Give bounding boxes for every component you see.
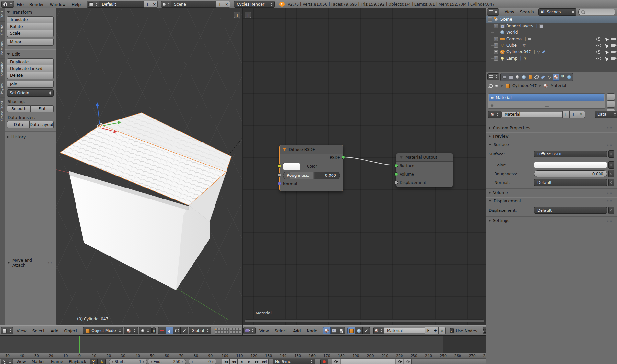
play-button[interactable]: ▶ xyxy=(245,359,253,364)
data-transfer-layout-button[interactable]: Data Layout xyxy=(30,121,54,128)
outliner-row[interactable]: RenderLayers | ▽ ☀ xyxy=(486,23,617,29)
list-resize-grip[interactable]: ══ xyxy=(488,104,605,108)
properties-tab[interactable] xyxy=(566,74,572,81)
expand-toggle-icon[interactable] xyxy=(494,37,498,41)
color-socket-button[interactable] xyxy=(608,161,614,169)
breadcrumb-object[interactable]: Cylinder.047 xyxy=(512,84,537,88)
transform-panel-header[interactable]: Transform:::: xyxy=(7,10,54,15)
tool-shelf-tab[interactable]: Relations xyxy=(0,38,5,58)
manipulator-translate-button[interactable] xyxy=(166,327,173,334)
transform-orientation-select[interactable]: Global xyxy=(189,327,211,334)
visibility-eye-icon[interactable] xyxy=(596,37,601,41)
shade-flat-button[interactable]: Flat xyxy=(31,105,54,112)
manipulator-axes-icon[interactable] xyxy=(158,327,166,334)
outliner-row[interactable]: Cube | ▽ ☀ xyxy=(486,42,617,49)
scene-name[interactable]: Scene xyxy=(171,1,216,8)
properties-tab[interactable] xyxy=(507,74,514,81)
viewport-panel-expand-icon[interactable]: + xyxy=(234,12,240,18)
node-editor[interactable]: + Diffuse BSDF BSDF Color Roughness: 0.0… xyxy=(243,8,486,335)
current-frame-field[interactable]: ◂ 0 ▸ xyxy=(189,359,216,364)
outliner-search-menu[interactable]: Search xyxy=(517,9,537,14)
tool-shelf-tab[interactable]: Animation xyxy=(0,58,5,80)
selectability-cursor-icon[interactable] xyxy=(604,56,609,61)
properties-tab[interactable] xyxy=(553,74,559,81)
displacement-socket-button[interactable] xyxy=(608,207,614,214)
render-engine-select[interactable]: Cycles Render xyxy=(234,1,275,8)
properties-editor-selector[interactable] xyxy=(487,73,499,80)
node-editor-menu-item[interactable]: Node xyxy=(304,328,320,333)
renderability-camera-icon[interactable] xyxy=(611,44,615,47)
custom-properties-panel-header[interactable]: Custom Properties:::: xyxy=(486,124,617,131)
manipulator-scale-button[interactable] xyxy=(181,327,188,334)
roughness-socket-button[interactable] xyxy=(608,170,614,177)
normal-input-socket[interactable] xyxy=(278,182,281,185)
edit-panel-header[interactable]: Edit:::: xyxy=(7,52,54,57)
renderability-camera-icon[interactable] xyxy=(611,38,615,40)
selectability-cursor-icon[interactable] xyxy=(604,37,609,41)
node-editor-menu-item[interactable]: View xyxy=(256,328,272,333)
normal-socket-button[interactable] xyxy=(608,179,614,186)
outliner-row[interactable]: Scene | ▽ ☀ xyxy=(486,16,617,23)
renderability-camera-icon[interactable] xyxy=(611,51,615,53)
outliner-view-menu[interactable]: View xyxy=(502,9,517,14)
remove-slot-button[interactable]: − xyxy=(607,100,615,108)
settings-panel-header[interactable]: Settings:::: xyxy=(486,216,617,224)
add-slot-button[interactable]: + xyxy=(607,93,615,100)
timeline-menu-item[interactable]: Playback xyxy=(66,359,89,364)
material-name-field[interactable]: Material xyxy=(501,112,562,117)
keying-set-icon[interactable] xyxy=(332,359,340,364)
scene-icon-button[interactable] xyxy=(161,1,171,8)
visibility-eye-icon[interactable] xyxy=(596,50,601,54)
add-material-button[interactable]: + xyxy=(432,327,439,334)
mode-select[interactable]: Object Mode xyxy=(83,327,123,334)
selectability-cursor-icon[interactable] xyxy=(604,43,609,48)
properties-tab[interactable] xyxy=(533,74,540,81)
tool-shelf-tab[interactable]: Tools xyxy=(0,8,5,22)
set-origin-menu[interactable]: Set Origin xyxy=(7,89,54,97)
outliner-filter-select[interactable]: All Scenes xyxy=(538,8,576,16)
outliner-row[interactable]: Camera | ▽ ☀ xyxy=(486,36,617,42)
add-material-button[interactable]: + xyxy=(569,111,577,118)
delete-button[interactable]: Delete xyxy=(7,72,54,79)
layers-widget[interactable] xyxy=(215,328,243,334)
horizontal-scrollbar[interactable] xyxy=(245,319,484,322)
timeline-menu-item[interactable]: Frame xyxy=(48,359,66,364)
viewport-menu-item[interactable]: Select xyxy=(29,328,48,333)
play-reverse-button[interactable]: ◀ xyxy=(238,359,245,364)
displacement-input-socket[interactable] xyxy=(394,181,398,184)
properties-tab[interactable] xyxy=(559,74,566,81)
app-menu-item[interactable]: Render xyxy=(27,2,47,7)
material-browse-button[interactable] xyxy=(373,327,384,334)
frame-ruler[interactable]: -50-40-30-20-100102030405060708090100110… xyxy=(0,353,486,359)
mirror-button[interactable]: Mirror xyxy=(7,39,54,46)
material-name-field[interactable]: Material xyxy=(384,328,425,333)
tool-shelf-tab[interactable]: Physics xyxy=(0,80,5,97)
outliner[interactable]: View Search All Scenes Scene | xyxy=(486,8,617,72)
material-output-node[interactable]: Material Output Surface Volume Displacem… xyxy=(396,153,453,187)
volume-input-socket[interactable] xyxy=(394,172,398,176)
scale-button[interactable]: Scale xyxy=(7,30,54,37)
delete-scene-button[interactable]: × xyxy=(223,1,230,8)
keying-set-field[interactable] xyxy=(341,359,395,364)
fake-user-button[interactable]: F xyxy=(562,111,569,118)
lock-time-icon[interactable]: 🔒 xyxy=(98,359,106,364)
current-frame-playhead[interactable] xyxy=(79,336,80,353)
properties-tab[interactable] xyxy=(540,74,546,81)
renderability-camera-icon[interactable] xyxy=(611,57,615,60)
rotate-button[interactable]: Rotate xyxy=(7,23,54,30)
node-editor-menu-item[interactable]: Add xyxy=(290,328,304,333)
viewport-menu-item[interactable]: Add xyxy=(48,328,61,333)
shader-nodes-button[interactable] xyxy=(323,327,331,334)
expand-toggle-icon[interactable] xyxy=(494,50,498,54)
outliner-row[interactable]: Cylinder.047 | ▽ ☀ xyxy=(486,49,617,55)
join-button[interactable]: Join xyxy=(7,81,54,88)
surface-shader-select[interactable]: Diffuse BSDF xyxy=(534,151,607,157)
viewport-editor-selector[interactable] xyxy=(1,327,13,334)
displacement-panel-header[interactable]: Displacement:::: xyxy=(486,197,617,205)
fake-user-button[interactable]: F xyxy=(425,327,432,334)
normal-select[interactable]: Default xyxy=(534,179,607,186)
delete-keyframe-icon[interactable] xyxy=(404,359,412,364)
viewport-shading-select[interactable] xyxy=(124,327,138,334)
duplicate-linked-button[interactable]: Duplicate Linked xyxy=(7,65,54,72)
properties-tab[interactable] xyxy=(514,74,520,81)
